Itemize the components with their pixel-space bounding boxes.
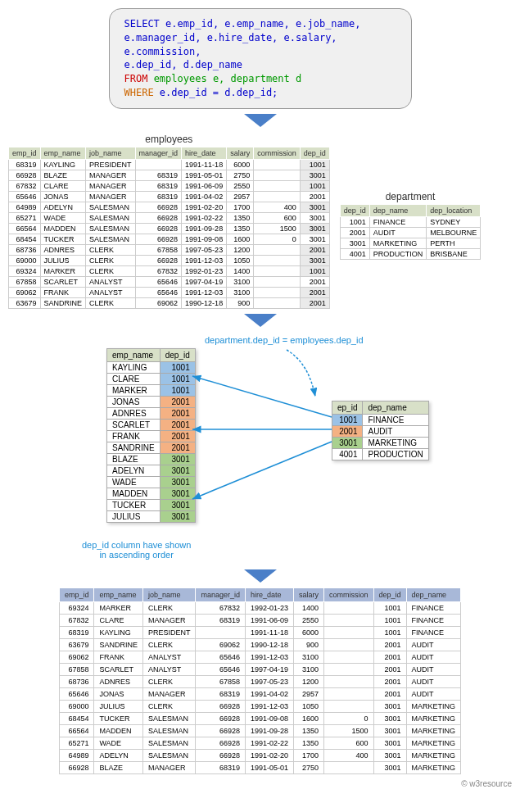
join-arrow-dash <box>287 350 315 397</box>
cell: 3001 <box>300 212 329 223</box>
cell: 1991-05-01 <box>182 170 227 180</box>
cell: AUDIT <box>369 227 427 238</box>
cell: 1997-05-23 <box>245 675 293 687</box>
table-row: 69000JULIUSCLERK669281991-12-0310503001 <box>9 255 330 265</box>
table-row: MARKER1001 <box>107 384 196 396</box>
cell: 1991-05-01 <box>245 761 293 773</box>
cell: 64989 <box>59 749 94 761</box>
cell: 1001 <box>373 601 406 614</box>
cell: SCARLET <box>94 663 143 675</box>
table-row: 66928BLAZEMANAGER683191991-05-0127503001 <box>9 170 330 180</box>
cell: 65646 <box>59 687 94 700</box>
cell: 3001 <box>332 437 363 448</box>
col-header: dep_name <box>369 204 427 216</box>
cell: 1350 <box>294 724 324 737</box>
cell: 67832 <box>59 614 94 626</box>
cell: 3001 <box>373 761 406 773</box>
cell: 1350 <box>227 212 254 223</box>
cell: 1600 <box>227 234 254 244</box>
cell: 1700 <box>294 749 324 761</box>
table-row: 3001MARKETINGPERTH <box>340 238 481 248</box>
cell: 1001 <box>373 626 406 638</box>
cell: CLERK <box>142 601 196 614</box>
cell: 66928 <box>196 737 246 749</box>
cell: 66564 <box>59 724 94 737</box>
join-arrow-line <box>192 376 332 417</box>
cell: 66928 <box>135 255 182 265</box>
result-table: emp_idemp_namejob_namemanager_idhire_dat… <box>59 587 461 774</box>
cell: 66564 <box>9 223 41 234</box>
cell: CLARE <box>40 180 86 191</box>
cell: 1991-11-18 <box>245 626 293 638</box>
cell: 1001 <box>340 216 369 227</box>
cell: 2957 <box>294 687 324 700</box>
cell: 1001 <box>332 414 363 425</box>
cell: ADNRES <box>107 407 161 419</box>
table-row: 1001FINANCE <box>332 414 429 425</box>
credit-label: © w3resource <box>8 779 512 788</box>
cell: 600 <box>324 737 374 749</box>
cell: 2001 <box>300 276 329 287</box>
sql-columns: e.emp_id, e.emp_name, e.job_name, e.mana… <box>124 18 361 70</box>
cell: 1500 <box>324 724 374 737</box>
cell: 2001 <box>160 407 195 419</box>
cell: 1001 <box>160 384 195 396</box>
cell <box>254 287 301 297</box>
cell: 400 <box>324 749 374 761</box>
cell: 67832 <box>9 180 41 191</box>
cell: AUDIT <box>406 638 461 651</box>
cell: SALESMAN <box>142 749 196 761</box>
cell <box>254 244 301 255</box>
cell: 1991-09-28 <box>182 223 227 234</box>
cell: WADE <box>94 737 143 749</box>
cell: 2550 <box>294 614 324 626</box>
col-header: hire_date <box>182 147 227 159</box>
table-row: 67858SCARLETANALYST656461997-04-19310020… <box>59 663 460 675</box>
cell: MARKETING <box>406 737 461 749</box>
col-header: salary <box>227 147 254 159</box>
cell: 2001 <box>373 651 406 663</box>
cell: 3001 <box>160 476 195 488</box>
cell <box>324 651 374 663</box>
cell: 1991-09-28 <box>245 724 293 737</box>
table-row: 67858SCARLETANALYST656461997-04-19310020… <box>9 276 330 287</box>
cell: 2001 <box>373 687 406 700</box>
cell: 0 <box>324 712 374 724</box>
cell: SANDRINE <box>40 297 86 308</box>
table-row: 69000JULIUSCLERK669281991-12-0310503001M… <box>59 700 460 712</box>
col-header: commission <box>324 587 374 601</box>
sql-query-box: SELECT e.emp_id, e.emp_name, e.job_name,… <box>109 8 412 109</box>
cell: 68454 <box>9 234 41 244</box>
cell: 65271 <box>59 737 94 749</box>
cell: 69062 <box>59 651 94 663</box>
cell: 3001 <box>300 223 329 234</box>
cell: 3001 <box>300 255 329 265</box>
sql-from-kw: FROM <box>124 73 148 84</box>
cell: 2750 <box>294 761 324 773</box>
cell: 3100 <box>227 287 254 297</box>
cell: 1991-02-20 <box>245 749 293 761</box>
cell: JULIUS <box>40 255 86 265</box>
cell: TUCKER <box>107 499 161 510</box>
cell: PRESIDENT <box>86 159 136 170</box>
cell: 1400 <box>294 601 324 614</box>
cell <box>196 626 246 638</box>
table-row: 67832CLAREMANAGER683191991-06-0925501001… <box>59 614 460 626</box>
cell: 1991-11-18 <box>182 159 227 170</box>
cell <box>324 626 374 638</box>
col-header: manager_id <box>196 587 246 601</box>
cell: MARKER <box>40 265 86 276</box>
col-header: hire_date <box>245 587 293 601</box>
cell: 1992-01-23 <box>245 601 293 614</box>
cell: MARKETING <box>406 724 461 737</box>
cell: 66928 <box>196 749 246 761</box>
cell: 69062 <box>9 287 41 297</box>
connector-lines <box>8 335 512 565</box>
arrow-down-icon <box>244 569 277 583</box>
cell: BLAZE <box>107 453 161 465</box>
table-row: 1001FINANCESYDNEY <box>340 216 481 227</box>
cell: 3001 <box>373 700 406 712</box>
table-row: 68319KAYLINGPRESIDENT1991-11-1860001001F… <box>59 626 460 638</box>
cell: 1050 <box>227 255 254 265</box>
table-header-row: ep_iddep_name <box>332 401 429 414</box>
